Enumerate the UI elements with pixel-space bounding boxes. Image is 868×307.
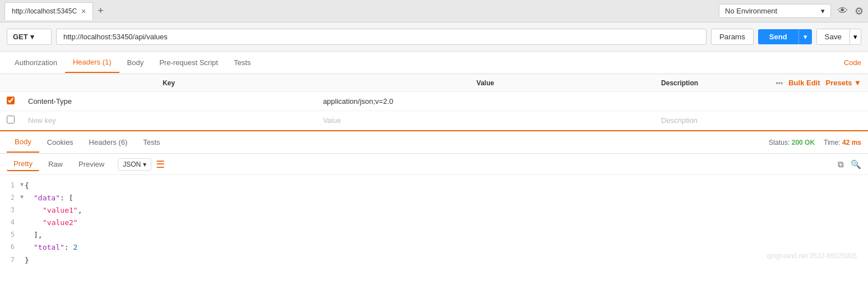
collapse-icon-1[interactable]: ▼ <box>20 180 24 189</box>
pretty-label: Pretty <box>13 159 33 168</box>
resp-headers-label: Headers (6) <box>89 138 128 146</box>
tab-tests-label: Tests <box>234 58 251 67</box>
code-line-2: 2 ▼ "data": [ <box>0 192 868 204</box>
new-key-placeholder: New key <box>28 116 56 125</box>
header-key-col: Key <box>21 74 316 92</box>
resp-cookies-label: Cookies <box>47 138 73 146</box>
response-section: Body Cookies Headers (6) Tests Status: 2… <box>0 130 868 271</box>
tab-tests[interactable]: Tests <box>226 53 258 72</box>
header-desc-cell <box>654 92 868 111</box>
eye-icon[interactable]: 👁 <box>838 5 848 17</box>
method-label: GET <box>13 33 28 41</box>
header-value-value: application/json;v=2.0 <box>323 97 393 106</box>
resp-tests-label: Tests <box>143 138 160 146</box>
save-dropdown-button[interactable]: ▾ <box>849 29 861 44</box>
save-button[interactable]: Save <box>817 29 849 44</box>
resp-tab-body[interactable]: Body <box>7 132 39 153</box>
wrap-lines-icon[interactable]: ☰ <box>156 158 165 171</box>
send-button[interactable]: Send <box>758 29 798 44</box>
tab-body-label: Body <box>127 58 144 67</box>
json-format-label: JSON <box>123 161 141 168</box>
tab-pre-request[interactable]: Pre-request Script <box>151 53 226 72</box>
tab-label: http://localhost:5345C <box>12 7 77 15</box>
add-tab-button[interactable]: + <box>93 5 108 17</box>
time-label: Time: 42 ms <box>824 139 861 146</box>
resp-tab-headers[interactable]: Headers (6) <box>81 132 136 152</box>
bulk-edit-button[interactable]: Bulk Edit <box>788 79 820 87</box>
json-code-view: 1 ▼ { 2 ▼ "data": [ 3 ▼ "value1", 4 <box>0 175 868 271</box>
code-line-6: 6 ▼ "total": 2 <box>0 241 868 254</box>
params-button[interactable]: Params <box>711 29 754 45</box>
status-value: 200 OK <box>792 139 815 146</box>
json-chevron-icon: ▾ <box>143 161 146 168</box>
tab-authorization[interactable]: Authorization <box>7 53 65 72</box>
tab-body[interactable]: Body <box>119 53 152 72</box>
tab-authorization-label: Authorization <box>15 58 57 67</box>
tab-pre-request-label: Pre-request Script <box>159 58 218 67</box>
code-line-3: 3 ▼ "value1", <box>0 204 868 217</box>
response-action-icons: ⧉ 🔍 <box>838 159 861 169</box>
send-button-group: Send ▾ <box>758 29 812 44</box>
format-preview[interactable]: Preview <box>72 158 111 171</box>
header-value-cell: application/json;v=2.0 <box>316 92 654 111</box>
browser-tab[interactable]: http://localhost:5345C × <box>4 2 93 20</box>
header-check-col <box>0 74 21 92</box>
send-dropdown-button[interactable]: ▾ <box>798 29 812 44</box>
tab-bar: http://localhost:5345C × + No Environmen… <box>0 0 868 22</box>
header-new-desc-cell[interactable]: Description <box>654 111 868 130</box>
preview-label: Preview <box>79 160 104 168</box>
tab-headers[interactable]: Headers (1) <box>65 52 119 73</box>
tab-close-icon[interactable]: × <box>81 7 86 15</box>
description-placeholder: Description <box>661 116 698 125</box>
body-format-row: Pretty Raw Preview JSON ▾ ☰ ⧉ 🔍 <box>0 154 868 175</box>
status-label: Status: 200 OK <box>769 139 815 146</box>
request-tabs: Authorization Headers (1) Body Pre-reque… <box>0 52 868 74</box>
header-row-1: Content-Type application/json;v=2.0 <box>0 92 868 111</box>
header-checkbox-cell[interactable] <box>0 92 21 111</box>
env-label: No Environment <box>725 7 777 15</box>
header-row-new: New key Value Description <box>0 111 868 130</box>
header-value-col: Value <box>316 74 654 92</box>
header-new-checkbox-cell[interactable] <box>0 111 21 130</box>
tab-headers-label: Headers (1) <box>73 58 112 66</box>
presets-button[interactable]: Presets ▼ <box>826 79 861 87</box>
code-line-1: 1 ▼ { <box>0 180 868 192</box>
method-chevron-icon: ▾ <box>30 33 34 41</box>
header-new-checkbox[interactable] <box>7 116 15 123</box>
method-select[interactable]: GET ▾ <box>7 29 52 45</box>
resp-tab-cookies[interactable]: Cookies <box>39 132 81 152</box>
code-line-7: 7 ▼ } <box>0 254 868 267</box>
value-placeholder: Value <box>323 116 341 125</box>
more-options-icon[interactable]: ••• <box>776 79 783 87</box>
header-key-value: Content-Type <box>28 97 72 106</box>
save-button-group: Save ▾ <box>816 29 861 45</box>
env-area: No Environment ▾ 👁 ⚙ <box>719 4 864 18</box>
environment-select[interactable]: No Environment ▾ <box>719 4 831 18</box>
resp-tab-tests[interactable]: Tests <box>135 132 168 152</box>
search-icon[interactable]: 🔍 <box>851 159 861 169</box>
chevron-down-icon: ▾ <box>821 7 825 15</box>
response-body: 1 ▼ { 2 ▼ "data": [ 3 ▼ "value1", 4 <box>0 175 868 271</box>
header-desc-col: Description ••• Bulk Edit Presets ▼ <box>654 74 868 92</box>
resp-body-label: Body <box>15 138 31 146</box>
gear-icon[interactable]: ⚙ <box>855 5 864 17</box>
code-line-5: 5 ▼ ], <box>0 229 868 241</box>
header-new-value-cell[interactable]: Value <box>316 111 654 130</box>
code-link[interactable]: Code <box>844 58 861 67</box>
response-tabs-row: Body Cookies Headers (6) Tests Status: 2… <box>0 131 868 154</box>
collapse-icon-2[interactable]: ▼ <box>20 192 24 201</box>
header-key-cell: Content-Type <box>21 92 316 111</box>
time-value: 42 ms <box>842 139 861 146</box>
format-pretty[interactable]: Pretty <box>7 157 39 171</box>
header-checkbox[interactable] <box>7 97 15 104</box>
url-input[interactable] <box>56 29 707 45</box>
code-line-4: 4 ▼ "value2" <box>0 217 868 229</box>
format-raw[interactable]: Raw <box>41 158 70 171</box>
json-format-select[interactable]: JSON ▾ <box>118 158 151 171</box>
copy-icon[interactable]: ⧉ <box>838 159 844 169</box>
status-area: Status: 200 OK Time: 42 ms <box>769 139 861 146</box>
raw-label: Raw <box>48 160 63 168</box>
url-bar: GET ▾ Params Send ▾ Save ▾ <box>0 22 868 52</box>
header-new-key-cell[interactable]: New key <box>21 111 316 130</box>
header-description-label: Description <box>661 79 698 87</box>
